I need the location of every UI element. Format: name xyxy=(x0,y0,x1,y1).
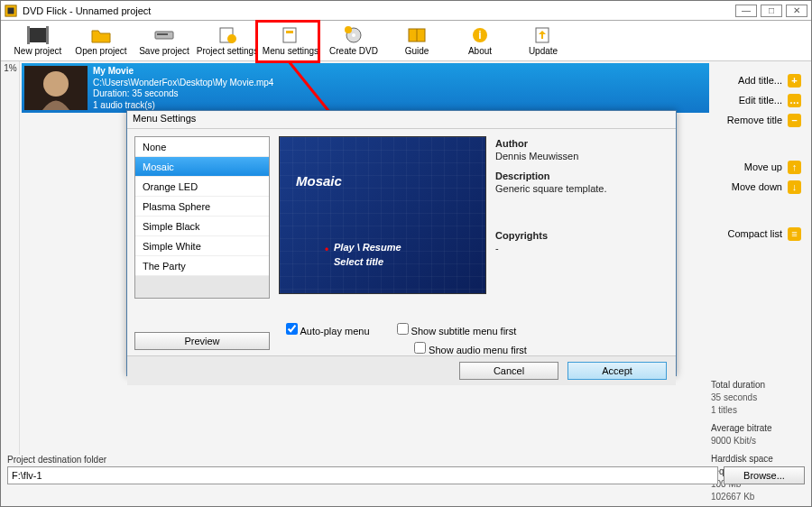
side-icon: + xyxy=(788,74,801,88)
template-item[interactable]: Simple White xyxy=(135,236,269,256)
toolbar-create-dvd[interactable]: Create DVD xyxy=(322,21,385,60)
book-icon xyxy=(406,26,428,44)
side-move-down[interactable]: Move down↓ xyxy=(711,177,801,197)
gear-sheet-icon xyxy=(217,26,238,44)
side-icon: … xyxy=(788,94,801,107)
side-icon: ↑ xyxy=(788,161,801,174)
toolbar-menu-settings[interactable]: Menu settings xyxy=(259,21,322,60)
update-icon xyxy=(532,26,554,44)
side-icon: – xyxy=(788,114,801,127)
title-thumbnail xyxy=(24,66,88,110)
title-list-item[interactable]: My Movie C:\Users\WonderFox\Desktop\My M… xyxy=(22,63,709,113)
svg-point-13 xyxy=(345,26,352,33)
window-title: DVD Flick - Unnamed project xyxy=(23,5,732,16)
side-compact-list[interactable]: Compact list≡ xyxy=(711,224,801,244)
close-button[interactable]: ✕ xyxy=(786,5,807,17)
toolbar-save-project[interactable]: Save project xyxy=(133,21,196,60)
info-icon: i xyxy=(469,26,491,44)
destination-bar: Project destination folder Browse... xyxy=(7,455,805,500)
subtitle-checkbox[interactable] xyxy=(397,323,409,335)
preview-option-select: Select title xyxy=(334,256,383,267)
sheet-icon xyxy=(280,26,301,44)
svg-text:i: i xyxy=(478,29,481,41)
side-icon: ≡ xyxy=(788,227,801,241)
app-icon xyxy=(5,5,17,17)
author-value: Dennis Meuwissen xyxy=(495,151,669,161)
drive-icon xyxy=(153,26,175,44)
template-item[interactable]: Simple Black xyxy=(135,217,269,236)
title-path: C:\Users\WonderFox\Desktop\My Movie.mp4 xyxy=(93,78,273,89)
bullet-icon: • xyxy=(325,244,328,256)
copyrights-label: Copyrights xyxy=(495,230,669,241)
template-item[interactable]: The Party xyxy=(135,256,269,276)
folder-icon xyxy=(90,26,112,44)
svg-rect-1 xyxy=(8,7,14,14)
svg-rect-10 xyxy=(286,31,293,33)
usage-gauge: 1% xyxy=(2,61,20,455)
svg-rect-4 xyxy=(46,26,49,44)
svg-point-8 xyxy=(227,34,236,43)
template-item[interactable]: Mosaic xyxy=(135,157,269,177)
minimize-button[interactable]: — xyxy=(735,5,757,17)
svg-rect-2 xyxy=(29,28,47,42)
toolbar: New projectOpen projectSave projectProje… xyxy=(1,21,811,61)
toolbar-new-project[interactable]: New project xyxy=(6,21,69,60)
title-info: My Movie C:\Users\WonderFox\Desktop\My M… xyxy=(93,66,273,110)
preview-option-play: Play \ Resume xyxy=(334,242,401,253)
toolbar-update[interactable]: Update xyxy=(512,21,575,60)
svg-point-12 xyxy=(352,33,355,37)
meta-pane: Author Dennis Meuwissen Description Gene… xyxy=(495,136,669,316)
browse-button[interactable]: Browse... xyxy=(724,466,805,484)
side-add-title[interactable]: Add title...+ xyxy=(711,70,801,90)
template-column: NoneMosaicOrange LEDPlasma SphereSimple … xyxy=(134,136,270,316)
titlebar: DVD Flick - Unnamed project — □ ✕ xyxy=(1,1,811,21)
subtitle-checkbox-label[interactable]: Show subtitle menu first xyxy=(397,323,517,336)
preview-button[interactable]: Preview xyxy=(134,332,270,350)
description-label: Description xyxy=(495,171,669,181)
svg-rect-3 xyxy=(27,26,30,44)
template-item[interactable]: Plasma Sphere xyxy=(135,197,269,217)
title-duration: Duration: 35 seconds xyxy=(93,88,273,100)
menu-settings-dialog: Menu Settings NoneMosaicOrange LEDPlasma… xyxy=(126,110,677,376)
side-remove-title[interactable]: Remove title– xyxy=(711,110,801,130)
destination-label: Project destination folder xyxy=(7,455,805,465)
side-move-up[interactable]: Move up↑ xyxy=(711,157,801,177)
destination-input[interactable] xyxy=(7,466,718,484)
dialog-buttons: Cancel Accept xyxy=(127,355,676,385)
gauge-text: 1% xyxy=(2,63,19,73)
author-label: Author xyxy=(495,138,669,149)
description-value: Generic square template. xyxy=(495,183,669,194)
svg-rect-6 xyxy=(157,33,168,35)
template-item[interactable]: Orange LED xyxy=(135,177,269,197)
svg-point-20 xyxy=(43,71,69,97)
copyrights-value: - xyxy=(495,243,669,254)
toolbar-project-settings[interactable]: Project settings xyxy=(196,21,259,60)
autoplay-checkbox-label[interactable]: Auto-play menu xyxy=(286,323,370,336)
side-icon: ↓ xyxy=(788,180,801,194)
preview-template-name: Mosaic xyxy=(296,173,342,189)
audio-checkbox[interactable] xyxy=(414,342,426,354)
film-icon xyxy=(27,26,49,44)
template-item[interactable]: None xyxy=(135,137,269,157)
preview-frame: Mosaic • Play \ Resume Select title xyxy=(279,136,486,294)
toolbar-guide[interactable]: Guide xyxy=(385,21,448,60)
maximize-button[interactable]: □ xyxy=(761,5,782,17)
preview-pane: Mosaic • Play \ Resume Select title xyxy=(279,136,486,316)
audio-checkbox-label[interactable]: Show audio menu first xyxy=(414,345,527,355)
side-edit-title[interactable]: Edit title...… xyxy=(711,90,801,110)
title-name: My Movie xyxy=(93,66,273,78)
dialog-title: Menu Settings xyxy=(127,111,676,129)
svg-rect-9 xyxy=(283,28,296,42)
side-panel: Add title...+Edit title...…Remove title–… xyxy=(711,61,810,455)
cancel-button[interactable]: Cancel xyxy=(459,362,558,380)
autoplay-checkbox[interactable] xyxy=(286,323,298,335)
disc-gear-icon xyxy=(343,26,364,44)
toolbar-open-project[interactable]: Open project xyxy=(69,21,133,60)
accept-button[interactable]: Accept xyxy=(567,362,667,380)
template-list[interactable]: NoneMosaicOrange LEDPlasma SphereSimple … xyxy=(134,136,270,299)
toolbar-about[interactable]: iAbout xyxy=(448,21,512,60)
